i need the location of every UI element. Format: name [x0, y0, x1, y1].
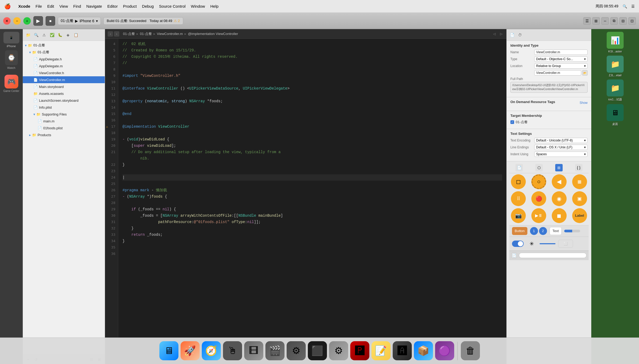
- num-1-widget[interactable]: 1: [530, 227, 538, 235]
- indent-select[interactable]: Spaces ▾: [534, 152, 588, 157]
- breadcrumb-group[interactable]: 01-点餐: [140, 32, 152, 36]
- nav-report-icon[interactable]: 📋: [73, 32, 79, 38]
- inspector-quick-help-icon[interactable]: ⏱: [517, 32, 523, 38]
- desktop-file-0[interactable]: 📊 KSI...aster: [607, 32, 624, 53]
- menu-icon[interactable]: ☰: [631, 4, 635, 8]
- lib-snippet-button[interactable]: { }: [575, 164, 583, 171]
- counterpart-button[interactable]: ▷: [498, 31, 504, 37]
- obj-item-5[interactable]: 🔴: [530, 191, 548, 206]
- obj-item-7[interactable]: ▣: [570, 191, 589, 206]
- obj-item-0[interactable]: ◻: [509, 174, 528, 189]
- dock-purple[interactable]: 🟣: [435, 341, 454, 361]
- inspector-file-icon[interactable]: 📄: [509, 32, 515, 38]
- debug-toggle-button[interactable]: ⊞: [592, 17, 600, 25]
- nav-breakpoint-icon[interactable]: ◈: [65, 32, 71, 38]
- button-widget[interactable]: Button: [512, 227, 527, 235]
- tree-file-launch-storyboard[interactable]: 📄 LaunchScreen.storyboard: [23, 97, 105, 104]
- game-center-item[interactable]: 🎮 Game Center: [3, 75, 19, 92]
- nav-forward-button[interactable]: ›: [114, 31, 119, 37]
- menu-file[interactable]: File: [36, 4, 42, 8]
- nav-folder-icon[interactable]: 📁: [25, 32, 31, 38]
- layout-full-button[interactable]: ⊡: [628, 17, 636, 25]
- breadcrumb-symbol[interactable]: @implementation ViewController: [188, 32, 238, 36]
- run-button[interactable]: ▶: [33, 16, 43, 26]
- text-widget[interactable]: Text: [550, 227, 562, 235]
- tree-file-viewcontroller-h[interactable]: 📄 ViewController.h: [23, 69, 105, 76]
- lib-file-button[interactable]: 📄: [515, 164, 523, 171]
- breadcrumb-file[interactable]: ViewController.m: [157, 32, 183, 36]
- apple-logo-icon[interactable]: 🍎: [4, 3, 11, 10]
- menu-source-control[interactable]: Source Control: [159, 4, 186, 8]
- slider-widget[interactable]: [564, 230, 580, 232]
- code-content[interactable]: // 02 机机 // Created by Romeo on 15/11/29…: [118, 39, 506, 364]
- obj-item-8[interactable]: 📷: [509, 208, 528, 223]
- location-select[interactable]: Relative to Group ▾: [534, 63, 588, 69]
- desktop-file-3[interactable]: 🖥 桌面: [607, 104, 624, 126]
- spinner-widget[interactable]: ✳: [526, 238, 537, 249]
- menu-window[interactable]: Window: [191, 4, 205, 8]
- scheme-selector[interactable]: 01-点餐 ▶ iPhone 6 ▾: [58, 17, 101, 25]
- obj-item-2[interactable]: ◀: [550, 174, 568, 189]
- dock-safari[interactable]: 🧭: [202, 341, 221, 361]
- related-items-button[interactable]: ◁: [492, 31, 497, 37]
- menu-find[interactable]: Find: [73, 4, 81, 8]
- tree-subfolder[interactable]: ▾ 📁 01-点餐: [23, 49, 105, 56]
- tree-folder-supporting[interactable]: ▾ 📁 Supporting Files: [23, 111, 105, 118]
- num-2-widget[interactable]: 2: [539, 227, 547, 235]
- obj-item-1[interactable]: ○: [530, 174, 548, 189]
- tree-folder-products[interactable]: ▸ 📁 Products: [23, 131, 105, 138]
- menu-edit[interactable]: Edit: [47, 4, 54, 8]
- stop-button[interactable]: ■: [46, 16, 55, 26]
- library-search-bar[interactable]: [519, 253, 587, 258]
- obj-item-6[interactable]: ◉: [550, 191, 568, 206]
- encoding-select[interactable]: Default - Unicode (UTF-8) ▾: [534, 138, 588, 143]
- obj-item-3[interactable]: ▦: [570, 174, 589, 189]
- dock-rocket[interactable]: 🚀: [181, 341, 200, 361]
- tree-file-viewcontroller-m[interactable]: 📄 ViewController.m: [23, 76, 105, 83]
- search-icon[interactable]: 🔍: [623, 4, 627, 8]
- tree-file-main-storyboard[interactable]: 📄 Main.storyboard: [23, 83, 105, 90]
- desktop-file-1[interactable]: 📁 ZJL...etail: [607, 56, 624, 77]
- window-zoom-button[interactable]: +: [23, 17, 31, 25]
- menu-help[interactable]: Help: [210, 4, 218, 8]
- window-close-button[interactable]: ✕: [3, 17, 11, 25]
- dock-settings[interactable]: ⚙: [329, 341, 348, 361]
- code-area[interactable]: 4 5 6 7 8 9 10 11 12 13 14 15 16 17 18 1…: [105, 39, 506, 364]
- tree-file-appdelegate-h[interactable]: 📄 AppDelegate.h: [23, 56, 105, 63]
- code-line-24[interactable]: |: [122, 174, 502, 181]
- obj-item-10[interactable]: ◼: [550, 208, 568, 223]
- menu-navigate[interactable]: Navigate: [86, 4, 102, 8]
- target-checkbox[interactable]: ✓: [510, 120, 514, 124]
- obj-item-4[interactable]: ⠿: [509, 191, 528, 206]
- desktop-file-2[interactable]: 📁 ios1...试题: [607, 79, 624, 101]
- navigator-toggle-button[interactable]: ☰: [583, 17, 591, 25]
- type-select[interactable]: Default - Objective-C So... ▾: [534, 56, 588, 62]
- dock-video[interactable]: 🎬: [265, 341, 285, 361]
- utilities-toggle-button[interactable]: ↔: [601, 17, 609, 25]
- dock-mouse[interactable]: 🖱: [223, 341, 242, 361]
- menu-product[interactable]: Product: [123, 4, 137, 8]
- empty-widget[interactable]: ⬜: [558, 240, 573, 248]
- dock-expo[interactable]: 📦: [414, 341, 433, 361]
- dock-terminal[interactable]: ⬛: [308, 341, 327, 361]
- layout-toggle-button[interactable]: ⧉: [610, 17, 618, 25]
- dock-workflow[interactable]: ⚙: [287, 341, 306, 361]
- dock-dvd[interactable]: 🎞: [244, 341, 263, 361]
- menu-editor[interactable]: Editor: [107, 4, 118, 8]
- switch-widget[interactable]: [512, 241, 524, 247]
- show-link[interactable]: Show: [580, 101, 588, 105]
- obj-item-9[interactable]: ▶⏸: [530, 208, 548, 223]
- lib-media-button[interactable]: ⬡: [535, 164, 543, 171]
- choose-file-button[interactable]: 📂: [582, 70, 588, 76]
- line-endings-select[interactable]: Default - OS X / Unix (LF) ▾: [534, 145, 588, 150]
- progress-widget[interactable]: [540, 243, 555, 244]
- dock-app[interactable]: 🅰: [393, 341, 412, 361]
- menu-debug[interactable]: Debug: [142, 4, 154, 8]
- menu-xcode[interactable]: Xcode: [18, 4, 30, 8]
- name-field[interactable]: ViewController.m: [534, 50, 588, 55]
- dock-trash[interactable]: 🗑: [461, 341, 480, 361]
- tree-root-folder[interactable]: ▾ 📁 01-点餐: [23, 42, 105, 49]
- menu-view[interactable]: View: [59, 4, 68, 8]
- tree-file-main-m[interactable]: 📄 main.m: [23, 118, 105, 125]
- tree-file-appdelegate-m[interactable]: 📄 AppDelegate.m: [23, 63, 105, 69]
